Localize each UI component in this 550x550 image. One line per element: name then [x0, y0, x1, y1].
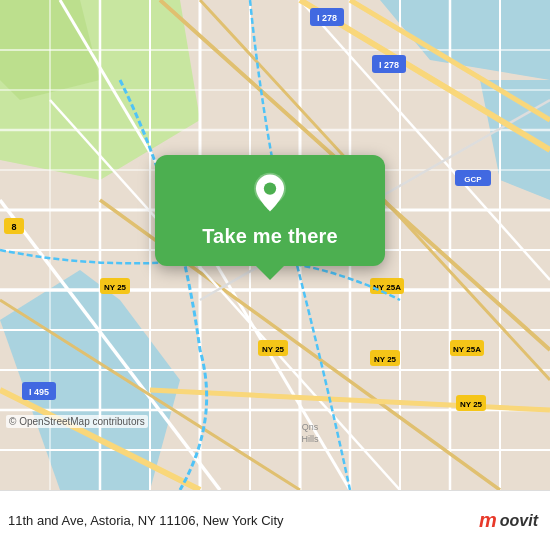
svg-text:Hills: Hills	[302, 434, 319, 444]
svg-text:NY 25A: NY 25A	[453, 345, 481, 354]
svg-text:Qns: Qns	[302, 422, 319, 432]
bottom-bar: 11th and Ave, Astoria, NY 11106, New Yor…	[0, 490, 550, 550]
copyright-text: © OpenStreetMap contributors	[6, 415, 148, 428]
svg-text:NY 25: NY 25	[262, 345, 285, 354]
map-container[interactable]: I 278 I 278 I 495 GCP NY 25 NY 25 NY 25 …	[0, 0, 550, 490]
map-pin-icon	[248, 171, 292, 215]
svg-text:I 278: I 278	[317, 13, 337, 23]
svg-text:NY 25: NY 25	[104, 283, 127, 292]
svg-text:I 278: I 278	[379, 60, 399, 70]
moovit-logo-text: oovit	[500, 512, 538, 530]
take-me-there-button[interactable]: Take me there	[202, 225, 338, 248]
svg-point-65	[264, 182, 276, 194]
moovit-logo-m: m	[479, 509, 497, 532]
moovit-logo: m oovit	[479, 509, 538, 532]
popup-card: Take me there	[155, 155, 385, 266]
svg-text:NY 25: NY 25	[374, 355, 397, 364]
svg-text:8: 8	[11, 222, 16, 232]
svg-text:I 495: I 495	[29, 387, 49, 397]
location-label: 11th and Ave, Astoria, NY 11106, New Yor…	[8, 513, 479, 528]
svg-text:NY 25: NY 25	[460, 400, 483, 409]
svg-text:GCP: GCP	[464, 175, 482, 184]
